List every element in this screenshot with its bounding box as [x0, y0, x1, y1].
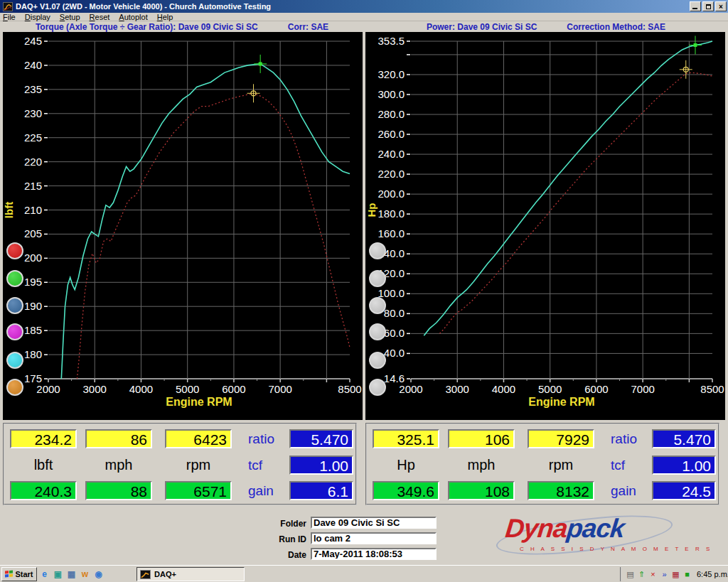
svg-text:6000: 6000: [222, 383, 245, 395]
network-error-icon[interactable]: ×: [648, 570, 658, 579]
show-desktop-icon[interactable]: ▣: [52, 568, 64, 580]
system-tray: ▤⇑×»▦■ 6:45 p.m.: [620, 567, 727, 581]
svg-text:200.0: 200.0: [378, 188, 405, 200]
close-button[interactable]: ×: [715, 1, 727, 11]
power-chart-title: Power: Dave 09 Civic Si SC: [427, 22, 537, 32]
power-current-run: [424, 41, 712, 335]
unit-label-rpm: rpm: [165, 457, 232, 473]
run-color-button-left-2[interactable]: [6, 270, 23, 287]
svg-text:210: 210: [24, 204, 42, 216]
menu-item-file[interactable]: File: [3, 13, 16, 21]
svg-text:235: 235: [24, 83, 42, 95]
menu-item-setup[interactable]: Setup: [60, 13, 80, 21]
cursor-marker: [693, 43, 697, 47]
logo-text-dyna: Dyna: [504, 514, 569, 543]
svg-text:60.0: 60.0: [384, 327, 405, 339]
internet-explorer-icon[interactable]: e: [38, 568, 50, 580]
svg-text:8500: 8500: [338, 383, 361, 395]
svg-text:2000: 2000: [36, 383, 60, 395]
run-color-button-left-1[interactable]: [6, 242, 23, 259]
folder-input[interactable]: [311, 517, 437, 529]
run-color-button-right-1[interactable]: [369, 242, 386, 259]
taskbar: Start DAQ+ ▤⇑×»▦■ 6:45 p.m. e▣▦w◉: [0, 565, 728, 582]
svg-text:3000: 3000: [446, 383, 469, 395]
svg-text:2000: 2000: [399, 383, 422, 395]
unit-label-mph: mph: [85, 457, 152, 473]
peak-value-mph: 108: [448, 481, 515, 500]
svg-text:195: 195: [24, 276, 42, 288]
power-chart[interactable]: 353.5320.0300.0280.0260.0240.0220.0200.0…: [365, 32, 725, 420]
run-color-button-right-4[interactable]: [369, 323, 386, 340]
svg-text:4000: 4000: [129, 383, 153, 395]
svg-text:5000: 5000: [538, 383, 562, 395]
run-color-button-left-3[interactable]: [6, 297, 23, 314]
winamp-icon[interactable]: w: [79, 568, 91, 580]
sync-icon[interactable]: ⇑: [637, 570, 646, 579]
menu-item-help[interactable]: Help: [157, 13, 173, 21]
run-color-button-left-6[interactable]: [6, 379, 23, 396]
windows-logo-icon: [5, 570, 13, 578]
run-color-button-left-4[interactable]: [6, 323, 23, 340]
torque-chart-panel: 2452402352302252202152102052001951901851…: [3, 32, 363, 420]
svg-text:40.0: 40.0: [384, 347, 405, 359]
svg-text:245: 245: [24, 35, 42, 47]
torque-corr-label: Corr: SAE: [288, 22, 328, 32]
app-icon: [3, 2, 13, 11]
svg-text:320.0: 320.0: [378, 68, 405, 80]
svg-text:lbft: lbft: [3, 202, 15, 218]
daq-application-window: DAQ+ V1.07 (2WD - Motor Vehicle 4000) - …: [0, 0, 728, 582]
svg-text:8500: 8500: [700, 383, 724, 395]
menu-item-reset[interactable]: Reset: [90, 13, 110, 21]
window-title: DAQ+ V1.07 (2WD - Motor Vehicle 4000) - …: [16, 2, 688, 11]
vnc-icon[interactable]: ■: [682, 570, 692, 579]
unit-label-rpm: rpm: [528, 457, 594, 473]
svg-text:5000: 5000: [176, 383, 199, 395]
svg-text:220: 220: [24, 156, 42, 168]
power-chart-panel: 353.5320.0300.0280.0260.0240.0220.0200.0…: [365, 32, 725, 420]
peak-value-torque: 240.3: [10, 481, 77, 500]
cursor-marker: [259, 62, 262, 65]
torque-chart[interactable]: 2452402352302252202152102052001951901851…: [3, 32, 363, 420]
run-color-button-right-2[interactable]: [369, 270, 386, 287]
title-bar: DAQ+ V1.07 (2WD - Motor Vehicle 4000) - …: [0, 0, 728, 13]
torque-chart-title: Torque (Axle Torque ÷ Gear Ratio): Dave …: [36, 22, 258, 32]
svg-text:240: 240: [24, 59, 42, 71]
peak-value-rpm: 6571: [165, 481, 232, 500]
menu-item-autoplot[interactable]: Autoplot: [119, 13, 147, 21]
svg-text:180: 180: [24, 348, 42, 360]
start-button[interactable]: Start: [1, 567, 37, 581]
svg-text:190: 190: [24, 300, 42, 312]
gain-label: gain: [248, 483, 274, 499]
runid-label: Run ID: [235, 534, 306, 544]
folder-label: Folder: [235, 519, 306, 529]
display-error-icon[interactable]: ▦: [671, 570, 680, 579]
svg-text:280.0: 280.0: [378, 108, 405, 120]
svg-text:205: 205: [24, 227, 42, 239]
runid-input[interactable]: [311, 532, 437, 544]
restore-button[interactable]: [702, 1, 714, 11]
run-color-button-right-3[interactable]: [369, 297, 386, 314]
run-color-button-right-5[interactable]: [369, 352, 386, 369]
gain-value: 6.1: [289, 481, 353, 500]
media-player-icon[interactable]: ▦: [65, 568, 77, 580]
fast-forward-icon[interactable]: »: [660, 570, 669, 579]
run-color-button-left-5[interactable]: [6, 352, 23, 369]
gain-label: gain: [611, 483, 636, 499]
messenger-icon[interactable]: ◉: [92, 568, 105, 580]
cursor-value-hp: 325.1: [373, 429, 439, 448]
daq-task-button[interactable]: DAQ+: [136, 567, 245, 581]
svg-text:7000: 7000: [268, 383, 291, 395]
svg-text:Engine RPM: Engine RPM: [528, 396, 594, 408]
menu-item-display[interactable]: Display: [25, 13, 50, 21]
peak-value-mph: 88: [85, 481, 152, 500]
run-color-button-right-6[interactable]: [369, 379, 386, 396]
minimize-button[interactable]: [690, 1, 701, 11]
unit-label-mph: mph: [448, 457, 515, 473]
date-input[interactable]: [311, 548, 437, 560]
svg-text:6000: 6000: [584, 383, 608, 395]
printer-icon[interactable]: ▤: [626, 570, 635, 579]
power-corr-label: Correction Method: SAE: [567, 22, 665, 32]
svg-text:200: 200: [24, 252, 42, 264]
svg-text:4000: 4000: [492, 383, 515, 395]
daq-task-label: DAQ+: [154, 570, 176, 578]
